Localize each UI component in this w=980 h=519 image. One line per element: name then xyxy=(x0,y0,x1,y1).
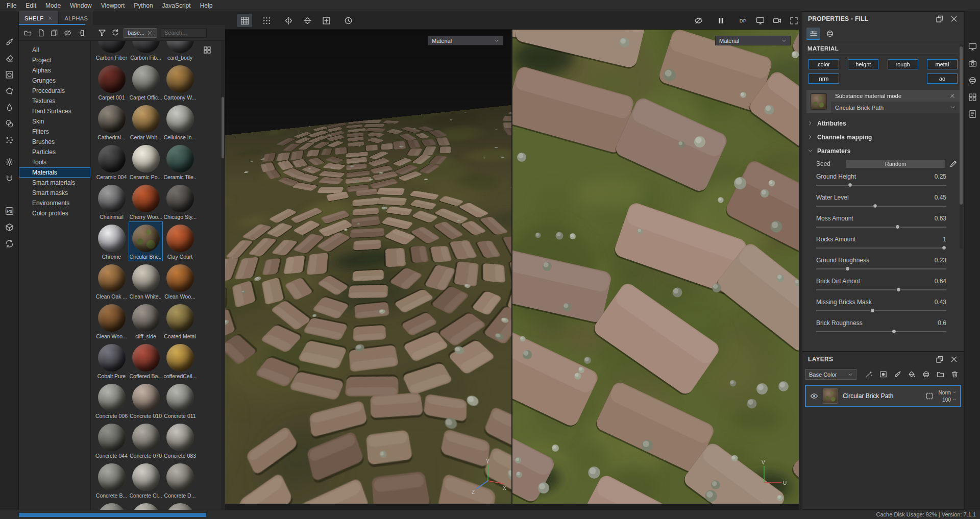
material-item-concrete-b[interactable]: Concrete B... xyxy=(94,460,129,500)
channel-chip-ao[interactable]: ao xyxy=(927,73,958,84)
slider-handle[interactable] xyxy=(870,308,875,313)
material-item[interactable] xyxy=(94,500,129,510)
3d-view[interactable]: Material YXZ xyxy=(225,30,511,504)
menu-window[interactable]: Window xyxy=(65,0,96,11)
add-mask-icon[interactable] xyxy=(877,369,889,380)
material-item-clean-white[interactable]: Clean White... xyxy=(129,261,163,301)
material-item-cofferedceil[interactable]: cofferedCeil... xyxy=(163,341,197,381)
category-filters[interactable]: Filters xyxy=(19,127,90,137)
material-item-chicago-sty[interactable]: Chicago Sty... xyxy=(163,182,197,221)
shader-settings-icon[interactable] xyxy=(968,76,977,85)
material-item-ceramic-004[interactable]: Ceramic 004 xyxy=(94,142,129,182)
add-effect-icon[interactable] xyxy=(863,369,875,380)
grid-view-toggle-icon[interactable] xyxy=(203,45,212,55)
menu-mode[interactable]: Mode xyxy=(41,0,65,11)
add-fill-layer-icon[interactable] xyxy=(906,369,918,380)
shelf-tab-shelf[interactable]: SHELF xyxy=(19,11,59,25)
material-item-cedar-whit[interactable]: Cedar Whit... xyxy=(129,102,163,142)
clone-tool-icon[interactable] xyxy=(5,119,14,129)
parameter-slider[interactable] xyxy=(816,182,946,188)
material-item-concrete-083[interactable]: Concrete 083 xyxy=(163,421,197,460)
channel-chip-height[interactable]: height xyxy=(848,59,878,69)
slider-handle[interactable] xyxy=(873,204,877,208)
clear-material-icon[interactable] xyxy=(949,93,955,99)
material-item-ceramic-po[interactable]: Ceramic Po... xyxy=(129,142,163,182)
parameter-slider[interactable] xyxy=(816,244,946,251)
slider-handle[interactable] xyxy=(896,287,901,292)
seed-edit-icon[interactable] xyxy=(948,159,959,168)
category-tools[interactable]: Tools xyxy=(19,157,90,167)
material-item-cliff-side[interactable]: cliff_side xyxy=(129,301,163,341)
add-paint-layer-icon[interactable] xyxy=(892,369,903,380)
material-item-concrete-010[interactable]: Concrete 010 xyxy=(129,381,163,421)
layer-visibility-eye-icon[interactable] xyxy=(810,392,818,401)
properties-scrollbar[interactable] xyxy=(960,44,963,249)
menu-javascript[interactable]: JavaScript xyxy=(158,0,195,11)
projection-tool-icon[interactable] xyxy=(5,70,14,80)
layer-row-selected[interactable]: Circular Brick Path Norm 100 xyxy=(805,385,961,407)
category-skin[interactable]: Skin xyxy=(19,116,90,127)
close-panel-icon[interactable] xyxy=(950,355,958,363)
slider-handle[interactable] xyxy=(942,245,946,250)
slider-handle[interactable] xyxy=(845,266,850,271)
material-item-carbon-fib[interactable]: Carbon Fib... xyxy=(129,41,163,62)
material-item-cobalt-pure[interactable]: Cobalt Pure xyxy=(94,341,129,381)
category-alphas[interactable]: Alphas xyxy=(19,65,90,76)
material-item[interactable] xyxy=(129,500,163,510)
material-item-concrete-044[interactable]: Concrete 044 xyxy=(94,421,129,460)
filter-icon[interactable] xyxy=(97,28,107,38)
parameter-slider[interactable] xyxy=(816,265,946,272)
camera-settings-icon[interactable] xyxy=(968,59,977,68)
parameter-slider[interactable] xyxy=(816,286,946,293)
material-item-chainmail[interactable]: Chainmail xyxy=(94,182,129,221)
category-smart-masks[interactable]: Smart masks xyxy=(19,188,90,198)
filter-chip[interactable]: base... xyxy=(124,28,157,38)
display-settings-icon[interactable] xyxy=(752,14,768,27)
history-log-icon[interactable] xyxy=(968,109,977,119)
section-channels-mapping[interactable]: Channels mapping xyxy=(802,130,964,144)
open-folder-icon[interactable] xyxy=(23,28,33,38)
2d-view[interactable]: Material VU xyxy=(512,30,799,504)
shelf-tab-alphas[interactable]: ALPHAS xyxy=(59,11,94,25)
category-project[interactable]: Project xyxy=(19,55,90,65)
seed-random-button[interactable]: Random xyxy=(846,160,945,168)
layer-mask-slot-icon[interactable] xyxy=(925,392,934,401)
material-item-carbon-fiber[interactable]: Carbon Fiber xyxy=(94,41,129,62)
add-smart-material-icon[interactable] xyxy=(920,369,932,380)
parameter-slider[interactable] xyxy=(816,307,946,314)
material-item-cherry-woo[interactable]: Cherry Woo... xyxy=(129,182,163,221)
category-smart-materials[interactable]: Smart materials xyxy=(19,178,90,188)
material-item-ceramic-tile[interactable]: Ceramic Tile... xyxy=(163,142,197,182)
parameter-slider[interactable] xyxy=(816,328,946,335)
slider-handle[interactable] xyxy=(848,183,852,187)
material-item-concrete-070[interactable]: Concrete 070 xyxy=(129,421,163,460)
menu-python[interactable]: Python xyxy=(129,0,157,11)
parameter-slider[interactable] xyxy=(816,203,946,209)
particles-tool-icon[interactable] xyxy=(5,135,14,145)
fullscreen-toggle-icon[interactable] xyxy=(786,14,801,27)
remove-filter-icon[interactable] xyxy=(148,30,153,36)
material-item[interactable] xyxy=(163,500,197,510)
texture-set-settings-icon[interactable] xyxy=(968,92,977,102)
delete-layer-icon[interactable] xyxy=(949,369,961,380)
menu-edit[interactable]: Edit xyxy=(21,0,41,11)
category-procedurals[interactable]: Procedurals xyxy=(19,86,90,96)
category-particles[interactable]: Particles xyxy=(19,147,90,157)
shelf-resize-handle[interactable] xyxy=(19,513,206,517)
category-environments[interactable]: Environments xyxy=(19,198,90,208)
close-panel-icon[interactable] xyxy=(950,15,958,23)
material-item-carpet-001[interactable]: Carpet 001 xyxy=(94,62,129,102)
hide-ui-toggle-icon[interactable] xyxy=(691,14,706,27)
settings-tool-icon[interactable] xyxy=(5,157,14,167)
menu-help[interactable]: Help xyxy=(195,0,217,11)
category-brushes[interactable]: Brushes xyxy=(19,137,90,147)
material-item-circular-bric[interactable]: Circular Bric... xyxy=(129,221,163,261)
symmetry-axis-toggle-icon[interactable] xyxy=(300,14,315,27)
material-item-concrete-006[interactable]: Concrete 006 xyxy=(94,381,129,421)
toggle-hidden-icon[interactable] xyxy=(63,28,72,38)
float-panel-icon[interactable] xyxy=(936,15,944,23)
material-item-coated-metal[interactable]: Coated Metal xyxy=(163,301,197,341)
menu-file[interactable]: File xyxy=(2,0,21,11)
category-grunges[interactable]: Grunges xyxy=(19,76,90,86)
close-tab-icon[interactable] xyxy=(47,16,53,21)
